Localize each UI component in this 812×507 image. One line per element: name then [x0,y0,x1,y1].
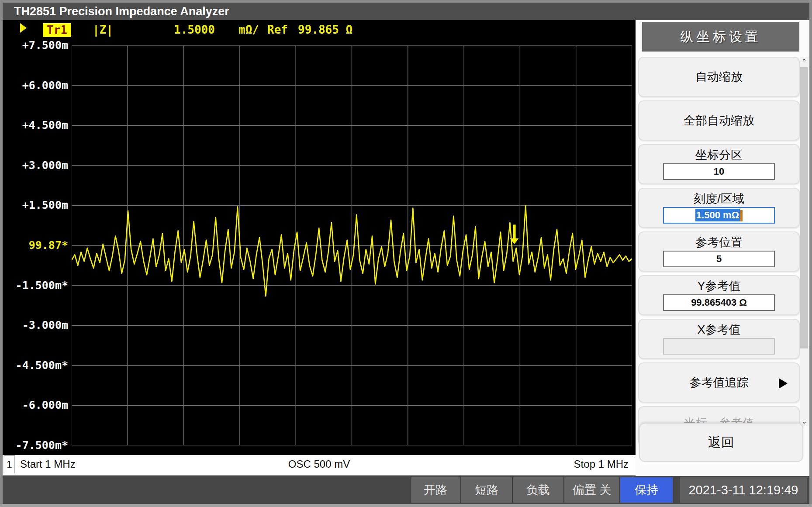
y-tick-label: -7.500m* [3,439,68,452]
y-tick-label: +3.000m [3,159,68,172]
y-ref-value-group: Y参考值 99.865403 Ω [638,275,800,315]
y-tick-label: +1.500m [3,199,68,212]
auto-scale-all-button[interactable]: 全部自动缩放 [638,100,800,141]
osc-level-label: OSC 500 mV [3,458,636,470]
y-tick-label: -4.500m* [3,359,68,372]
panel-header: 纵坐标设置 [641,21,800,52]
short-circuit-button[interactable]: 短路 [461,477,513,503]
y-axis-settings-panel: 纵坐标设置 自动缩放 全部自动缩放 坐标分区 10 刻度/区域 1.500 mΩ… [636,20,809,476]
active-trace-arrow-icon [20,23,27,33]
trace-ref-label: Ref [267,23,288,36]
scroll-up-icon[interactable]: ⌃ [800,57,809,66]
x-ref-value-group: X参考值 [638,319,800,359]
y-tick-label: +4.500m [3,119,68,132]
divisions-group: 坐标分区 10 [638,144,800,184]
trace-info-row: Tr1 |Z| 1.5000 mΩ/ Ref 99.865 Ω [3,23,636,38]
y-tick-label: -1.500m* [3,279,68,292]
scale-per-div-input[interactable]: 1.500 mΩ [663,207,775,224]
divisions-input[interactable]: 10 [663,163,775,180]
trace-ref-value: 99.865 Ω [298,23,352,36]
app-window: TH2851 Precision Impedance Analyzer Tr1 … [0,0,812,507]
x-ref-value-input [663,338,775,355]
selected-text: 1.500 mΩ [695,209,740,221]
y-tick-label: +6.000m [3,79,68,92]
text-caret [740,210,743,221]
return-button[interactable]: 返回 [639,423,803,462]
trace-scale-unit: mΩ/ [238,23,259,36]
ref-position-input[interactable]: 5 [663,251,775,267]
sweep-status-strip: 1 Start 1 MHz OSC 500 mV Stop 1 MHz [3,455,636,475]
trace-parameter: |Z| [93,23,113,36]
trace-name-badge[interactable]: Tr1 [43,23,71,37]
ref-position-label: 参考位置 [639,235,799,250]
ref-position-group: 参考位置 5 [638,231,800,272]
y-ref-value-input[interactable]: 99.865403 Ω [663,294,775,311]
ref-tracking-button[interactable]: 参考值追踪 [638,362,800,403]
y-axis-labels: +7.500m+6.000m+4.500m+3.000m+1.500m99.87… [3,45,69,445]
y-ref-value-label: Y参考值 [639,279,799,293]
measurement-grid [72,45,632,445]
y-ref-tick-label: 99.87* [3,239,68,252]
submenu-arrow-icon [779,378,788,389]
open-circuit-button[interactable]: 开路 [410,477,461,503]
scrollbar-thumb[interactable] [800,67,808,348]
window-title: TH2851 Precision Impedance Analyzer [14,5,229,18]
chart-region: Tr1 |Z| 1.5000 mΩ/ Ref 99.865 Ω +7.500m+… [3,20,636,455]
title-bar: TH2851 Precision Impedance Analyzer [3,3,809,20]
datetime-display: 2021-3-11 12:19:49 [680,477,807,503]
sweep-stop-label: Stop 1 MHz [574,458,629,470]
scale-per-div-group: 刻度/区域 1.500 mΩ [638,188,800,228]
correction-buttons: 开路短路负载偏置 关保持 [410,477,674,503]
x-ref-value-label: X参考值 [639,322,799,337]
scale-per-div-label: 刻度/区域 [639,191,799,206]
y-tick-label: -6.000m [3,399,68,412]
y-tick-label: +7.500m [3,39,68,52]
trace-scale-value: 1.5000 [174,23,215,36]
bias-off-button[interactable]: 偏置 关 [564,477,620,503]
panel-scrollbar[interactable]: ⌃ ⌄ [800,57,809,426]
window-bottom-edge [0,504,812,507]
divisions-label: 坐标分区 [639,148,799,162]
auto-scale-button[interactable]: 自动缩放 [638,57,800,97]
load-button[interactable]: 负载 [513,477,564,503]
bottom-bar: 开路短路负载偏置 关保持 2021-3-11 12:19:49 [3,476,809,504]
y-tick-label: -3.000m [3,319,68,332]
hold-button[interactable]: 保持 [620,477,674,503]
